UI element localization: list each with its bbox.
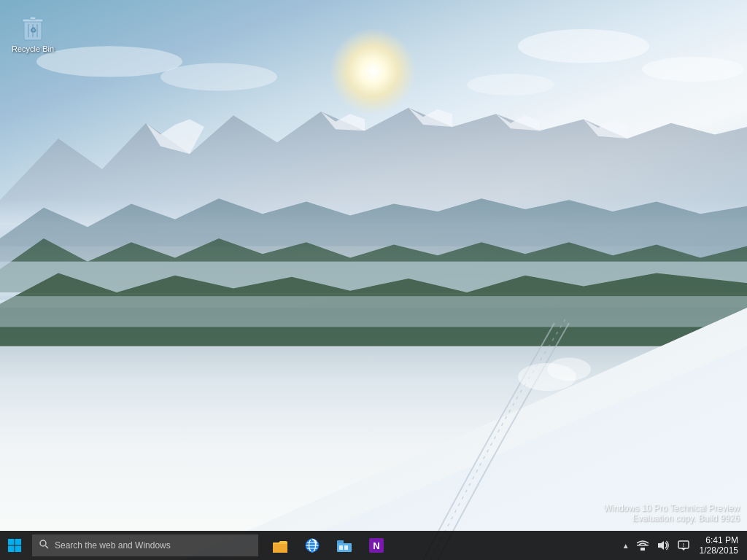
clock-time: 6:41 PM <box>705 535 738 545</box>
taskbar-apps: N <box>264 531 392 560</box>
svg-marker-50 <box>658 541 664 550</box>
svg-rect-28 <box>8 539 15 545</box>
svg-rect-31 <box>15 546 22 553</box>
svg-rect-45 <box>344 545 348 550</box>
show-hidden-icons-button[interactable]: ▲ <box>619 531 632 560</box>
taskbar-app-internet-explorer[interactable] <box>296 531 328 560</box>
svg-point-16 <box>36 46 182 77</box>
recycle-bin-label: Recycle Bin <box>12 44 54 54</box>
action-center-tray-icon[interactable]: ! <box>673 531 694 560</box>
svg-point-20 <box>467 74 554 96</box>
svg-rect-48 <box>640 548 645 551</box>
windows-logo-icon <box>8 539 21 552</box>
internet-explorer-icon <box>304 537 320 553</box>
search-bar[interactable]: Search the web and Windows <box>32 534 258 556</box>
search-placeholder: Search the web and Windows <box>55 540 171 551</box>
svg-text:!: ! <box>682 542 684 548</box>
svg-point-18 <box>518 29 649 63</box>
taskbar: Search the web and Windows <box>0 531 747 560</box>
svg-text:♻: ♻ <box>30 26 36 34</box>
svg-rect-29 <box>15 539 22 545</box>
clock[interactable]: 6:41 PM 1/28/2015 <box>694 531 744 560</box>
svg-rect-26 <box>30 17 36 20</box>
start-button[interactable] <box>0 531 29 560</box>
svg-marker-52 <box>681 548 686 551</box>
recycle-bin-icon[interactable]: ♻ Recycle Bin <box>7 7 58 57</box>
svg-point-17 <box>160 63 277 91</box>
search-icon <box>39 540 49 551</box>
taskbar-app-onenote[interactable]: N <box>360 531 392 560</box>
svg-text:N: N <box>373 540 379 551</box>
taskbar-app-file-explorer[interactable] <box>264 531 296 560</box>
svg-point-19 <box>642 57 744 82</box>
system-tray: ▲ ! <box>619 531 747 560</box>
svg-rect-44 <box>339 545 343 550</box>
svg-rect-30 <box>8 546 15 553</box>
svg-rect-35 <box>273 544 287 553</box>
svg-rect-11 <box>0 296 747 327</box>
svg-line-33 <box>46 546 49 549</box>
volume-tray-icon[interactable] <box>653 531 673 560</box>
network-tray-icon[interactable] <box>632 531 653 560</box>
svg-point-15 <box>547 358 591 381</box>
svg-rect-49 <box>637 545 649 546</box>
onenote-icon: N <box>368 537 384 553</box>
svg-point-32 <box>40 540 46 546</box>
clock-date: 1/28/2015 <box>700 545 738 556</box>
terrain-svg <box>0 0 747 560</box>
taskbar-app-file-manager[interactable] <box>328 531 360 560</box>
file-manager-icon <box>336 537 352 553</box>
file-explorer-icon <box>272 537 288 553</box>
recycle-bin-image: ♻ <box>18 10 47 42</box>
desktop: Windows 10 Pro Technical Preview Evaluat… <box>0 0 747 560</box>
